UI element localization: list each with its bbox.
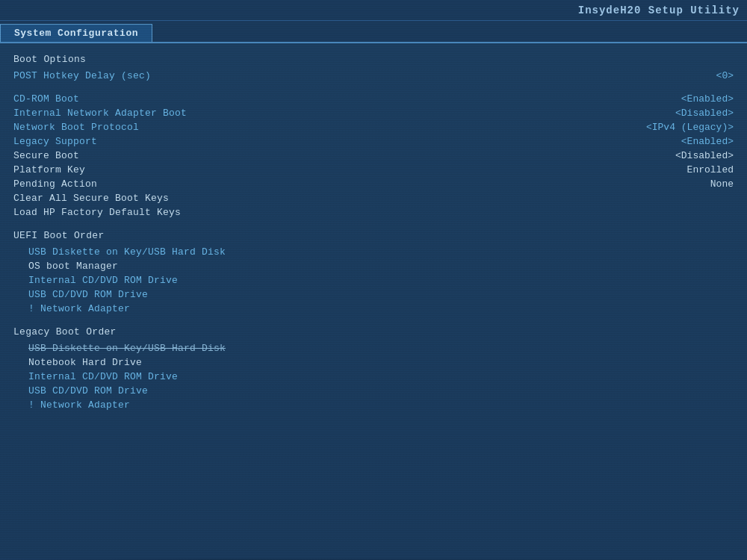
uefi-item-4: USB CD/DVD ROM Drive xyxy=(13,289,148,300)
tab-system-configuration[interactable]: System Configuration xyxy=(0,24,152,42)
legacy-item-3-row[interactable]: Internal CD/DVD ROM Drive xyxy=(13,370,734,384)
bios-screen: InsydeH20 Setup Utility System Configura… xyxy=(0,0,747,560)
uefi-item-2: OS boot Manager xyxy=(13,261,118,272)
secure-boot-value: <Disabled> xyxy=(675,150,734,161)
main-content: Boot Options POST Hotkey Delay (sec) <0>… xyxy=(0,43,747,559)
tab-bar: System Configuration xyxy=(0,21,747,43)
platform-key-value: Enrolled xyxy=(687,164,734,175)
legacy-item-2-row[interactable]: Notebook Hard Drive xyxy=(13,355,734,370)
clear-secure-boot-label: Clear All Secure Boot Keys xyxy=(13,193,169,204)
uefi-item-5-row[interactable]: ! Network Adapter xyxy=(13,302,734,316)
legacy-item-3: Internal CD/DVD ROM Drive xyxy=(13,371,178,382)
secure-boot-row[interactable]: Secure Boot <Disabled> xyxy=(13,149,734,163)
clear-secure-boot-row[interactable]: Clear All Secure Boot Keys xyxy=(13,191,734,205)
uefi-item-1: USB Diskette on Key/USB Hard Disk xyxy=(13,246,226,258)
platform-key-row[interactable]: Platform Key Enrolled xyxy=(13,163,734,177)
legacy-support-row[interactable]: Legacy Support <Enabled> xyxy=(13,134,734,149)
boot-options-label-row: Boot Options xyxy=(13,52,734,69)
legacy-item-5: ! Network Adapter xyxy=(13,399,130,411)
cdrom-boot-label: CD-ROM Boot xyxy=(13,93,79,105)
cdrom-boot-value: <Enabled> xyxy=(681,93,734,105)
legacy-support-label: Legacy Support xyxy=(13,136,97,147)
legacy-item-4: USB CD/DVD ROM Drive xyxy=(13,385,148,396)
pending-action-label: Pending Action xyxy=(13,178,97,190)
internal-network-boot-value: <Disabled> xyxy=(675,108,734,119)
bios-title: InsydeH20 Setup Utility xyxy=(578,4,740,16)
legacy-item-5-row[interactable]: ! Network Adapter xyxy=(13,398,734,412)
post-hotkey-row[interactable]: POST Hotkey Delay (sec) <0> xyxy=(13,69,734,83)
spacer-1 xyxy=(13,83,734,92)
pending-action-value: None xyxy=(710,178,734,190)
post-hotkey-label: POST Hotkey Delay (sec) xyxy=(13,70,151,81)
uefi-item-3: Internal CD/DVD ROM Drive xyxy=(13,275,178,286)
load-hp-keys-label: Load HP Factory Default Keys xyxy=(13,207,181,218)
legacy-boot-order-label-row: Legacy Boot Order xyxy=(13,325,734,341)
post-hotkey-value: <0> xyxy=(716,70,734,81)
boot-options-label: Boot Options xyxy=(13,54,86,65)
internal-network-boot-row[interactable]: Internal Network Adapter Boot <Disabled> xyxy=(13,106,734,120)
spacer-2 xyxy=(13,220,734,228)
network-boot-protocol-value: <IPv4 (Legacy)> xyxy=(646,122,734,133)
title-bar: InsydeH20 Setup Utility xyxy=(0,0,747,21)
pending-action-row[interactable]: Pending Action None xyxy=(13,177,734,191)
uefi-item-3-row[interactable]: Internal CD/DVD ROM Drive xyxy=(13,273,734,287)
internal-network-boot-label: Internal Network Adapter Boot xyxy=(13,108,187,119)
network-boot-protocol-row[interactable]: Network Boot Protocol <IPv4 (Legacy)> xyxy=(13,120,734,134)
cdrom-boot-row[interactable]: CD-ROM Boot <Enabled> xyxy=(13,92,734,106)
uefi-item-5: ! Network Adapter xyxy=(13,303,130,314)
uefi-boot-order-label: UEFI Boot Order xyxy=(13,230,105,241)
network-boot-protocol-label: Network Boot Protocol xyxy=(13,122,139,133)
load-hp-keys-row[interactable]: Load HP Factory Default Keys xyxy=(13,205,734,220)
uefi-item-2-row[interactable]: OS boot Manager xyxy=(13,259,734,273)
legacy-item-1: USB Diskette on Key/USB Hard Disk xyxy=(13,343,226,354)
uefi-item-1-row[interactable]: USB Diskette on Key/USB Hard Disk xyxy=(13,245,734,259)
secure-boot-label: Secure Boot xyxy=(13,150,79,161)
legacy-item-2: Notebook Hard Drive xyxy=(13,357,142,368)
platform-key-label: Platform Key xyxy=(13,164,85,175)
legacy-item-1-row[interactable]: USB Diskette on Key/USB Hard Disk xyxy=(13,341,734,355)
spacer-3 xyxy=(13,316,734,325)
legacy-item-4-row[interactable]: USB CD/DVD ROM Drive xyxy=(13,384,734,398)
legacy-boot-order-label: Legacy Boot Order xyxy=(13,326,117,337)
legacy-support-value: <Enabled> xyxy=(681,136,734,147)
uefi-boot-order-label-row: UEFI Boot Order xyxy=(13,228,734,245)
uefi-item-4-row[interactable]: USB CD/DVD ROM Drive xyxy=(13,287,734,302)
